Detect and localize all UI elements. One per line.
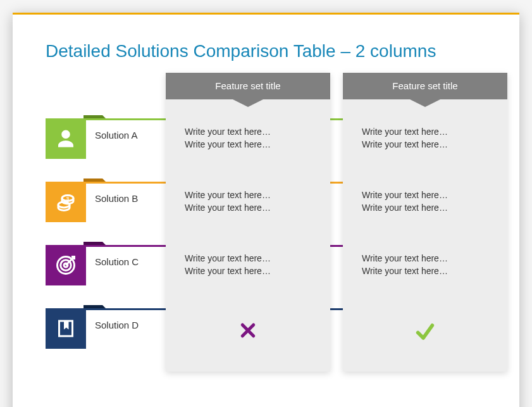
column-header-1: Feature set title <box>166 73 330 99</box>
svg-point-1 <box>58 202 70 208</box>
solution-label-c: Solution C <box>95 256 139 267</box>
cell-line: Write your text here… <box>362 126 488 139</box>
cell-line: Write your text here… <box>362 253 488 265</box>
cell-d2 <box>343 321 507 346</box>
target-icon <box>46 245 86 285</box>
column-header-2: Feature set title <box>343 73 507 99</box>
feature-column-1: Feature set title Write your text here… … <box>166 73 330 372</box>
slide: Detailed Solutions Comparison Table – 2 … <box>13 13 519 407</box>
cell-line: Write your text here… <box>185 189 311 202</box>
cell-line: Write your text here… <box>185 253 311 265</box>
solution-label-d: Solution D <box>95 320 139 330</box>
cell-line: Write your text here… <box>362 265 488 278</box>
cross-icon <box>238 332 257 342</box>
cell-line: Write your text here… <box>185 202 311 215</box>
cell-a2: Write your text here… Write your text he… <box>343 126 507 151</box>
cell-line: Write your text here… <box>362 202 488 215</box>
check-icon <box>414 334 436 344</box>
cell-line: Write your text here… <box>362 189 488 202</box>
coins-icon: $ <box>46 182 86 222</box>
solution-label-a: Solution A <box>95 130 138 141</box>
cell-b2: Write your text here… Write your text he… <box>343 189 507 214</box>
comparison-grid: Solution A $ Solution B Solution C Solu <box>46 73 486 383</box>
solution-label-b: Solution B <box>95 193 138 204</box>
page-title: Detailed Solutions Comparison Table – 2 … <box>46 41 486 61</box>
cell-d1 <box>166 321 330 344</box>
person-icon <box>46 118 86 159</box>
cell-line: Write your text here… <box>362 139 488 151</box>
feature-column-2: Feature set title Write your text here… … <box>343 73 507 372</box>
cell-line: Write your text here… <box>185 126 311 139</box>
cell-line: Write your text here… <box>185 139 311 151</box>
cell-c1: Write your text here… Write your text he… <box>166 253 330 277</box>
cell-c2: Write your text here… Write your text he… <box>343 253 507 277</box>
cell-b1: Write your text here… Write your text he… <box>166 189 330 214</box>
cell-a1: Write your text here… Write your text he… <box>166 126 330 151</box>
cell-line: Write your text here… <box>185 265 311 278</box>
bookmark-icon <box>46 308 86 349</box>
